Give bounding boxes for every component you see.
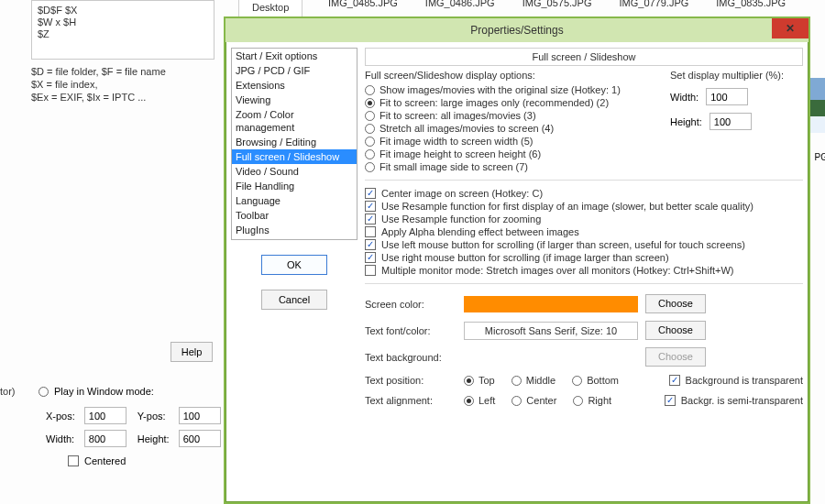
ypos-label: Y-pos: [138, 411, 170, 422]
desktop-tab[interactable]: Desktop [238, 0, 302, 18]
dialog-title: Properties/Settings [470, 24, 563, 37]
legend-line: $X = file index, [31, 78, 166, 91]
panel-title: Full screen / Slideshow [365, 48, 803, 66]
display-option-radio[interactable] [365, 137, 375, 147]
screen-color-label: Screen color: [365, 299, 456, 310]
display-option-label: Fit to screen: all images/movies (3) [380, 110, 536, 121]
play-window-mode-radio[interactable] [38, 387, 49, 397]
option-checkbox[interactable] [365, 239, 376, 250]
font-display: Microsoft Sans Serif, Size: 10 [464, 322, 638, 340]
close-button[interactable]: ✕ [772, 18, 808, 38]
category-item[interactable]: Full screen / Slideshow [232, 149, 357, 164]
row-label: Text alignment: [365, 395, 456, 406]
category-item[interactable]: Miscellaneous [232, 237, 357, 240]
category-item[interactable]: JPG / PCD / GIF [232, 63, 357, 78]
multiplier-header: Set display multiplier (%): [670, 70, 803, 81]
radio[interactable] [464, 376, 474, 386]
row-label: Text position: [365, 375, 456, 386]
checkbox-label: Backgr. is semi-transparent [681, 395, 803, 406]
category-item[interactable]: File Handling [232, 179, 357, 193]
radio-label: Center [526, 395, 556, 406]
properties-dialog: Properties/Settings ✕ Start / Exit optio… [224, 16, 810, 504]
radio-label: Left [478, 395, 495, 406]
thumb-filename[interactable]: IMG_0835.JPG [716, 0, 786, 8]
radio[interactable] [512, 376, 522, 386]
display-option-radio[interactable] [365, 85, 375, 95]
thumb-filename[interactable]: IMG_0779.JPG [619, 0, 688, 8]
legend-line: $Ex = EXIF, $Ix = IPTC ... [31, 91, 166, 104]
xpos-label: X-pos: [46, 411, 75, 422]
cutoff-label: tor) [0, 386, 16, 397]
thumb-filename[interactable]: IMG_0485.JPG [328, 0, 398, 8]
option-checkbox[interactable] [365, 226, 376, 237]
close-icon: ✕ [786, 22, 795, 35]
checkbox-label: Background is transparent [686, 375, 803, 386]
display-option-radio[interactable] [365, 149, 375, 159]
centered-checkbox[interactable] [68, 455, 79, 466]
category-item[interactable]: Start / Exit options [232, 49, 357, 63]
option-checkbox[interactable] [365, 252, 376, 263]
option-checkbox[interactable] [365, 188, 376, 199]
display-option-label: Fit small image side to screen (7) [380, 161, 528, 172]
display-option-label: Show images/movies with the original siz… [380, 84, 621, 95]
category-item[interactable]: Viewing [232, 93, 357, 107]
cancel-button[interactable]: Cancel [261, 290, 327, 310]
category-list[interactable]: Start / Exit optionsJPG / PCD / GIFExten… [231, 48, 358, 240]
choose-text-bg-button: Choose [645, 347, 706, 367]
display-option-label: Fit image width to screen width (5) [380, 136, 534, 147]
option-checkbox[interactable] [365, 214, 376, 225]
thumb-filename[interactable]: IMG_0575.JPG [522, 0, 592, 8]
info-template-box[interactable]: $D$F $X $W x $H $Z [31, 0, 214, 60]
height-input[interactable] [179, 430, 221, 447]
display-option-radio[interactable] [365, 111, 375, 121]
width-input[interactable] [84, 430, 126, 447]
radio-label: Middle [526, 375, 556, 386]
category-item[interactable]: Video / Sound [232, 164, 357, 179]
option-checkbox[interactable] [365, 265, 376, 276]
thumb-filename[interactable]: IMG_0486.JPG [425, 0, 495, 8]
display-option-label: Stretch all images/movies to screen (4) [380, 123, 554, 134]
play-window-mode-label: Play in Window mode: [54, 386, 154, 397]
option-checkbox[interactable] [365, 201, 376, 212]
display-option-label: Fit to screen: large images only (recomm… [380, 97, 609, 108]
choose-font-button[interactable]: Choose [645, 321, 706, 340]
display-option-radio[interactable] [365, 98, 375, 108]
category-item[interactable]: PlugIns [232, 223, 357, 237]
option-label: Apply Alpha blending effect between imag… [381, 226, 579, 237]
mult-width-input[interactable] [706, 88, 748, 105]
centered-label: Centered [84, 455, 126, 466]
category-item[interactable]: Language [232, 193, 357, 208]
text-font-label: Text font/color: [365, 325, 456, 336]
radio[interactable] [512, 396, 522, 406]
titlebar[interactable]: Properties/Settings ✕ [226, 18, 808, 42]
xpos-input[interactable] [84, 407, 126, 424]
option-label: Center image on screen (Hotkey: C) [381, 188, 543, 199]
category-item[interactable]: Extensions [232, 78, 357, 93]
mult-height-input[interactable] [710, 113, 752, 130]
checkbox[interactable] [669, 375, 680, 386]
display-option-radio[interactable] [365, 124, 375, 134]
width-label: Width: [46, 433, 75, 444]
radio[interactable] [572, 376, 582, 386]
ok-button[interactable]: OK [261, 255, 327, 275]
category-item[interactable]: Browsing / Editing [232, 135, 357, 149]
category-item[interactable]: Toolbar [232, 208, 357, 223]
text-bg-label: Text background: [365, 352, 456, 363]
display-option-label: Fit image height to screen height (6) [380, 148, 541, 159]
ypos-input[interactable] [179, 407, 221, 424]
info-line: $D$F $X [38, 5, 208, 16]
category-item[interactable]: Zoom / Color management [232, 107, 357, 135]
info-line: $Z [38, 28, 208, 40]
thumbnail-strip: IMG_0485.JPG IMG_0486.JPG IMG_0575.JPG I… [328, 0, 786, 8]
choose-screen-color-button[interactable]: Choose [645, 294, 706, 313]
radio[interactable] [573, 396, 583, 406]
radio[interactable] [464, 396, 474, 406]
option-label: Use Resample function for first display … [381, 201, 754, 212]
checkbox[interactable] [665, 395, 676, 406]
placeholder-legend: $D = file folder, $F = file name $X = fi… [31, 65, 166, 104]
display-option-radio[interactable] [365, 162, 375, 172]
height-label: Height: [138, 433, 170, 444]
help-button[interactable]: Help [170, 342, 213, 362]
option-label: Multiple monitor mode: Stretch images ov… [381, 265, 734, 276]
screen-color-swatch[interactable] [464, 296, 638, 312]
